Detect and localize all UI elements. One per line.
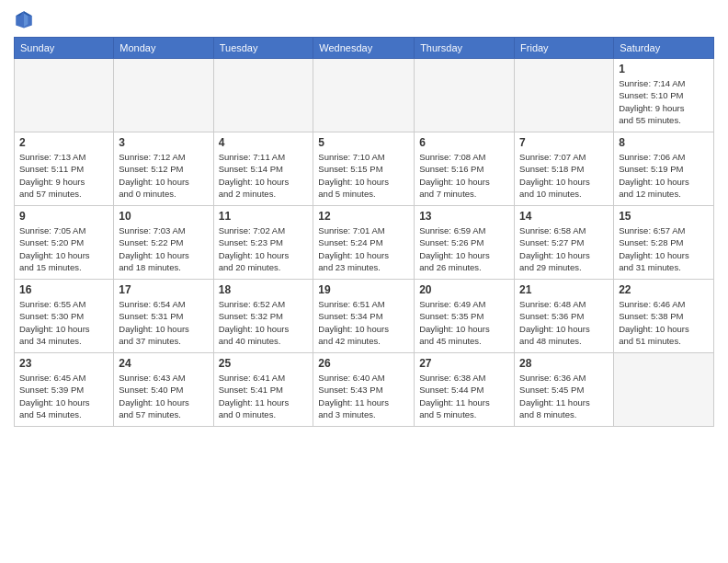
day-number: 27 (419, 357, 509, 370)
day-info: Sunrise: 7:02 AMSunset: 5:23 PMDaylight:… (219, 224, 309, 273)
day-number: 8 (619, 136, 709, 149)
day-info: Sunrise: 6:51 AMSunset: 5:34 PMDaylight:… (318, 298, 409, 347)
calendar-cell: 9Sunrise: 7:05 AMSunset: 5:20 PMDaylight… (15, 206, 114, 280)
day-info: Sunrise: 6:48 AMSunset: 5:36 PMDaylight:… (519, 298, 609, 347)
logo-icon (14, 9, 34, 29)
calendar-cell: 4Sunrise: 7:11 AMSunset: 5:14 PMDaylight… (213, 132, 313, 206)
calendar-week-1: 1Sunrise: 7:14 AMSunset: 5:10 PMDaylight… (15, 59, 714, 132)
day-number: 25 (219, 357, 309, 370)
day-number: 28 (519, 357, 609, 370)
calendar-week-4: 16Sunrise: 6:55 AMSunset: 5:30 PMDayligh… (15, 280, 714, 353)
calendar-header-sunday: Sunday (15, 38, 114, 59)
calendar-cell (415, 59, 515, 132)
page-header (14, 9, 714, 29)
day-info: Sunrise: 6:57 AMSunset: 5:28 PMDaylight:… (619, 224, 709, 273)
calendar-cell (213, 59, 313, 132)
day-number: 3 (119, 136, 208, 149)
calendar-cell (313, 59, 415, 132)
logo (14, 9, 38, 29)
calendar-cell (114, 59, 213, 132)
calendar-cell: 10Sunrise: 7:03 AMSunset: 5:22 PMDayligh… (114, 206, 213, 280)
calendar-cell: 27Sunrise: 6:38 AMSunset: 5:44 PMDayligh… (415, 353, 515, 427)
day-number: 4 (219, 136, 309, 149)
day-number: 24 (119, 357, 208, 370)
calendar-cell: 1Sunrise: 7:14 AMSunset: 5:10 PMDaylight… (614, 59, 714, 132)
day-number: 10 (119, 210, 208, 223)
calendar-table: SundayMondayTuesdayWednesdayThursdayFrid… (14, 37, 714, 427)
day-info: Sunrise: 6:36 AMSunset: 5:45 PMDaylight:… (519, 372, 609, 420)
calendar-cell: 13Sunrise: 6:59 AMSunset: 5:26 PMDayligh… (415, 206, 515, 280)
calendar-cell: 6Sunrise: 7:08 AMSunset: 5:16 PMDaylight… (415, 132, 515, 206)
day-number: 16 (19, 283, 108, 296)
calendar-cell: 19Sunrise: 6:51 AMSunset: 5:34 PMDayligh… (313, 280, 415, 353)
calendar-cell: 8Sunrise: 7:06 AMSunset: 5:19 PMDaylight… (614, 132, 714, 206)
calendar-cell: 20Sunrise: 6:49 AMSunset: 5:35 PMDayligh… (415, 280, 515, 353)
calendar-week-2: 2Sunrise: 7:13 AMSunset: 5:11 PMDaylight… (15, 132, 714, 206)
calendar-cell: 22Sunrise: 6:46 AMSunset: 5:38 PMDayligh… (614, 280, 714, 353)
calendar-cell: 11Sunrise: 7:02 AMSunset: 5:23 PMDayligh… (213, 206, 313, 280)
calendar-cell (15, 59, 114, 132)
day-info: Sunrise: 6:55 AMSunset: 5:30 PMDaylight:… (19, 298, 108, 347)
calendar-cell: 25Sunrise: 6:41 AMSunset: 5:41 PMDayligh… (213, 353, 313, 427)
calendar-cell: 12Sunrise: 7:01 AMSunset: 5:24 PMDayligh… (313, 206, 415, 280)
day-info: Sunrise: 7:05 AMSunset: 5:20 PMDaylight:… (19, 224, 108, 273)
calendar-cell: 14Sunrise: 6:58 AMSunset: 5:27 PMDayligh… (515, 206, 614, 280)
day-info: Sunrise: 7:10 AMSunset: 5:15 PMDaylight:… (318, 151, 409, 200)
day-info: Sunrise: 6:40 AMSunset: 5:43 PMDaylight:… (318, 372, 409, 420)
calendar-cell: 21Sunrise: 6:48 AMSunset: 5:36 PMDayligh… (515, 280, 614, 353)
day-number: 20 (419, 283, 509, 296)
day-number: 15 (619, 210, 709, 223)
calendar-week-5: 23Sunrise: 6:45 AMSunset: 5:39 PMDayligh… (15, 353, 714, 427)
calendar-header-friday: Friday (515, 38, 614, 59)
calendar-header-tuesday: Tuesday (213, 38, 313, 59)
day-number: 22 (619, 283, 709, 296)
day-info: Sunrise: 6:38 AMSunset: 5:44 PMDaylight:… (419, 372, 509, 420)
calendar-cell: 7Sunrise: 7:07 AMSunset: 5:18 PMDaylight… (515, 132, 614, 206)
day-info: Sunrise: 6:41 AMSunset: 5:41 PMDaylight:… (219, 372, 309, 420)
day-number: 13 (419, 210, 509, 223)
day-number: 11 (219, 210, 309, 223)
day-info: Sunrise: 7:13 AMSunset: 5:11 PMDaylight:… (19, 151, 108, 200)
day-info: Sunrise: 7:14 AMSunset: 5:10 PMDaylight:… (619, 77, 709, 126)
calendar-week-3: 9Sunrise: 7:05 AMSunset: 5:20 PMDaylight… (15, 206, 714, 280)
day-info: Sunrise: 7:07 AMSunset: 5:18 PMDaylight:… (519, 151, 609, 200)
day-info: Sunrise: 6:59 AMSunset: 5:26 PMDaylight:… (419, 224, 509, 273)
day-number: 21 (519, 283, 609, 296)
day-info: Sunrise: 6:54 AMSunset: 5:31 PMDaylight:… (119, 298, 208, 347)
day-number: 2 (19, 136, 108, 149)
day-number: 14 (519, 210, 609, 223)
day-number: 9 (19, 210, 108, 223)
calendar-cell (614, 353, 714, 427)
calendar-header-saturday: Saturday (614, 38, 714, 59)
calendar-header-wednesday: Wednesday (313, 38, 415, 59)
day-info: Sunrise: 7:06 AMSunset: 5:19 PMDaylight:… (619, 151, 709, 200)
calendar-cell: 5Sunrise: 7:10 AMSunset: 5:15 PMDaylight… (313, 132, 415, 206)
page-container: SundayMondayTuesdayWednesdayThursdayFrid… (0, 0, 728, 436)
calendar-cell (515, 59, 614, 132)
day-info: Sunrise: 7:11 AMSunset: 5:14 PMDaylight:… (219, 151, 309, 200)
calendar-header-thursday: Thursday (415, 38, 515, 59)
calendar-cell: 2Sunrise: 7:13 AMSunset: 5:11 PMDaylight… (15, 132, 114, 206)
day-info: Sunrise: 6:45 AMSunset: 5:39 PMDaylight:… (19, 372, 108, 420)
day-info: Sunrise: 7:08 AMSunset: 5:16 PMDaylight:… (419, 151, 509, 200)
day-number: 18 (219, 283, 309, 296)
calendar-cell: 15Sunrise: 6:57 AMSunset: 5:28 PMDayligh… (614, 206, 714, 280)
day-number: 5 (318, 136, 409, 149)
day-info: Sunrise: 6:46 AMSunset: 5:38 PMDaylight:… (619, 298, 709, 347)
day-number: 1 (619, 63, 709, 75)
calendar-header-monday: Monday (114, 38, 213, 59)
calendar-cell: 24Sunrise: 6:43 AMSunset: 5:40 PMDayligh… (114, 353, 213, 427)
day-number: 26 (318, 357, 409, 370)
calendar-cell: 17Sunrise: 6:54 AMSunset: 5:31 PMDayligh… (114, 280, 213, 353)
day-info: Sunrise: 6:49 AMSunset: 5:35 PMDaylight:… (419, 298, 509, 347)
calendar-cell: 16Sunrise: 6:55 AMSunset: 5:30 PMDayligh… (15, 280, 114, 353)
day-number: 7 (519, 136, 609, 149)
day-info: Sunrise: 6:52 AMSunset: 5:32 PMDaylight:… (219, 298, 309, 347)
day-info: Sunrise: 6:58 AMSunset: 5:27 PMDaylight:… (519, 224, 609, 273)
calendar-cell: 28Sunrise: 6:36 AMSunset: 5:45 PMDayligh… (515, 353, 614, 427)
day-info: Sunrise: 7:12 AMSunset: 5:12 PMDaylight:… (119, 151, 208, 200)
calendar-cell: 26Sunrise: 6:40 AMSunset: 5:43 PMDayligh… (313, 353, 415, 427)
day-number: 23 (19, 357, 108, 370)
calendar-header-row: SundayMondayTuesdayWednesdayThursdayFrid… (15, 38, 714, 59)
calendar-cell: 3Sunrise: 7:12 AMSunset: 5:12 PMDaylight… (114, 132, 213, 206)
